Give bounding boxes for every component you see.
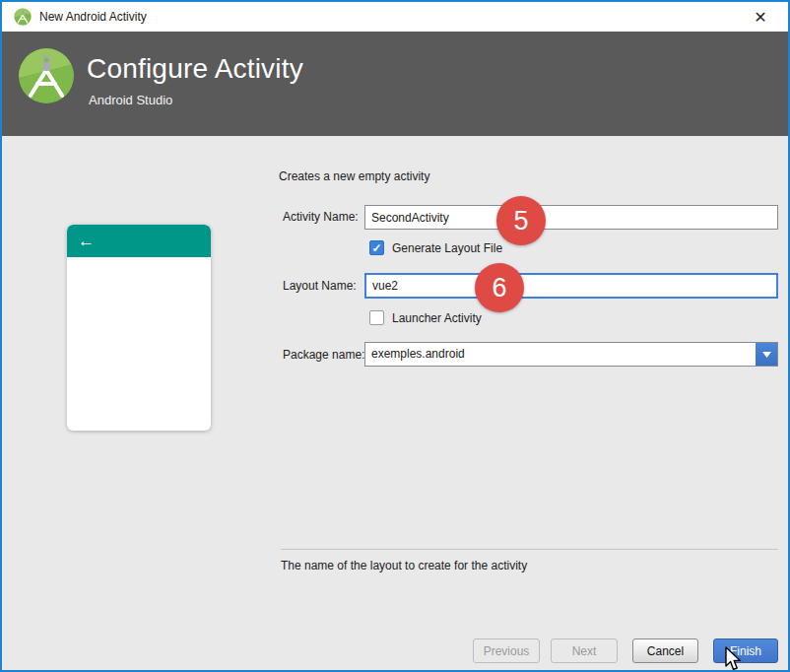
activity-preview: ← (67, 225, 211, 431)
checkbox-unchecked-icon[interactable] (369, 310, 384, 325)
package-name-combobox[interactable]: exemples.android (364, 342, 778, 367)
checkmark-icon: ✓ (371, 242, 381, 254)
activity-name-input[interactable] (364, 205, 778, 230)
step-badge-5: 5 (496, 196, 546, 245)
page-subtitle: Android Studio (89, 93, 172, 107)
activity-name-label: Activity Name: (283, 210, 359, 224)
finish-button-label: Finish (730, 644, 761, 658)
package-name-value: exemples.android (371, 347, 465, 361)
launcher-activity-label: Launcher Activity (392, 311, 482, 325)
hint-text: The name of the layout to create for the… (281, 559, 527, 572)
window-title: New Android Activity (39, 10, 147, 24)
wizard-header: Configure Activity Android Studio (2, 32, 788, 136)
finish-button[interactable]: Finish (713, 638, 778, 663)
layout-name-input[interactable] (364, 273, 778, 299)
layout-name-label: Layout Name: (283, 279, 357, 293)
separator (281, 549, 778, 550)
package-name-label: Package name: (283, 348, 364, 362)
page-title: Configure Activity (87, 53, 303, 85)
next-button[interactable]: Next (551, 638, 618, 663)
title-bar: New Android Activity ✕ (2, 2, 788, 32)
chevron-down-icon (762, 352, 771, 358)
form-description: Creates a new empty activity (279, 169, 429, 183)
android-studio-logo (18, 47, 75, 104)
generate-layout-label: Generate Layout File (392, 241, 502, 255)
launcher-activity-checkbox[interactable]: Launcher Activity (369, 310, 482, 325)
new-android-activity-dialog: New Android Activity ✕ Configure Activit… (0, 0, 790, 672)
checkbox-checked-icon[interactable]: ✓ (369, 240, 384, 255)
preview-appbar: ← (67, 225, 211, 257)
android-studio-icon (14, 8, 32, 26)
back-arrow-icon: ← (78, 232, 95, 251)
cancel-button[interactable]: Cancel (632, 638, 698, 663)
step-badge-6: 6 (475, 263, 524, 312)
dropdown-button[interactable] (756, 343, 777, 366)
close-icon[interactable]: ✕ (747, 4, 774, 30)
dialog-content: ← Creates a new empty activity Activity … (2, 136, 788, 670)
generate-layout-checkbox[interactable]: ✓ Generate Layout File (369, 240, 502, 255)
previous-button[interactable]: Previous (473, 638, 540, 663)
